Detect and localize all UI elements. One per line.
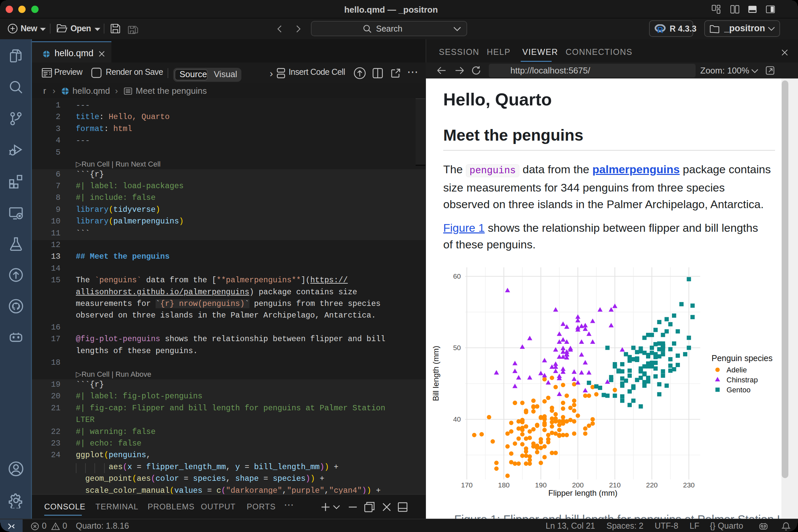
svg-text:Flipper length (mm): Flipper length (mm): [548, 489, 618, 497]
svg-text:Adelie: Adelie: [726, 366, 747, 374]
svg-text:40: 40: [453, 415, 461, 423]
svg-text:180: 180: [498, 481, 510, 489]
svg-text:Penguin species: Penguin species: [711, 354, 773, 363]
svg-text:R: R: [657, 25, 663, 33]
svg-text:Bill length (mm): Bill length (mm): [431, 346, 440, 401]
svg-text:230: 230: [683, 481, 695, 489]
svg-text:Gentoo: Gentoo: [726, 386, 750, 394]
svg-text:190: 190: [535, 481, 547, 489]
svg-text:50: 50: [453, 344, 461, 352]
svg-text:200: 200: [572, 481, 584, 489]
svg-text:Chinstrap: Chinstrap: [726, 376, 758, 384]
svg-text:220: 220: [646, 481, 658, 489]
svg-text:60: 60: [453, 272, 461, 280]
svg-text:210: 210: [609, 481, 621, 489]
svg-text:170: 170: [461, 481, 473, 489]
